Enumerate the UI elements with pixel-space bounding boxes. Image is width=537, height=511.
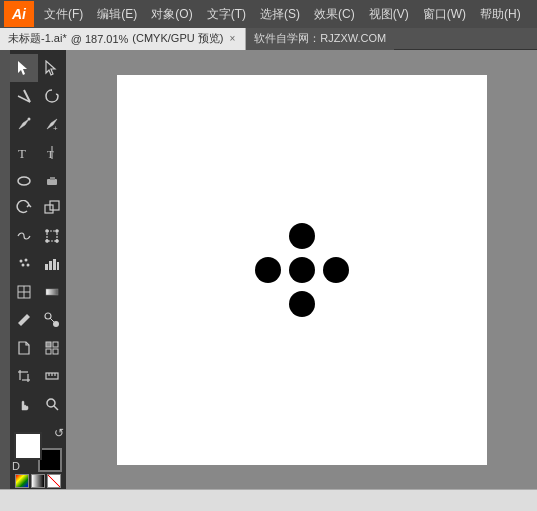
free-transform-button[interactable] (38, 222, 66, 250)
dot-center (289, 257, 315, 283)
selection-tool-button[interactable] (10, 54, 38, 82)
menu-effect[interactable]: 效果(C) (308, 4, 361, 25)
svg-point-46 (47, 399, 55, 407)
document-tab[interactable]: 未标题-1.ai* @ 187.01% (CMYK/GPU 预览) × (0, 28, 246, 50)
svg-marker-1 (46, 61, 55, 75)
svg-rect-37 (53, 349, 58, 354)
default-colors-button[interactable]: D (12, 460, 20, 472)
scale-tool-button[interactable] (38, 194, 66, 222)
rotate-tool-button[interactable] (10, 194, 38, 222)
zoom-tool-button[interactable] (38, 390, 66, 418)
menu-view[interactable]: 视图(V) (363, 4, 415, 25)
dot-right (323, 257, 349, 283)
menu-edit[interactable]: 编辑(E) (91, 4, 143, 25)
swap-colors-button[interactable]: ↺ (54, 426, 64, 440)
color-mode-none-button[interactable] (47, 474, 61, 488)
main-layout: + T T (0, 50, 537, 489)
color-mode-color-button[interactable] (15, 474, 29, 488)
crop-image-button[interactable] (10, 362, 38, 390)
tab-title: 未标题-1.ai* (8, 31, 67, 46)
dot-empty-bl (255, 291, 281, 317)
direct-selection-tool-button[interactable] (38, 54, 66, 82)
fill-color-box[interactable] (14, 432, 42, 460)
svg-rect-30 (46, 289, 58, 295)
tool-row-5 (10, 166, 66, 194)
live-paint-select-button[interactable] (38, 334, 66, 362)
svg-rect-12 (45, 205, 53, 213)
mesh-tool-button[interactable] (10, 278, 38, 306)
svg-rect-36 (46, 349, 51, 354)
tool-row-12 (10, 362, 66, 390)
tab-mode: (CMYK/GPU 预览) (132, 31, 223, 46)
document-canvas (117, 75, 487, 465)
tool-row-2 (10, 82, 66, 110)
dot-bottom (289, 291, 315, 317)
menu-select[interactable]: 选择(S) (254, 4, 306, 25)
status-bar (0, 489, 537, 511)
svg-line-47 (54, 406, 58, 410)
svg-point-18 (46, 240, 48, 242)
svg-rect-34 (46, 342, 51, 347)
tool-panel: + T T (10, 50, 66, 489)
canvas-area[interactable] (66, 50, 537, 489)
menu-help[interactable]: 帮助(H) (474, 4, 527, 25)
add-anchor-button[interactable]: + (38, 110, 66, 138)
dot-empty-tr (323, 223, 349, 249)
svg-text:T: T (18, 146, 26, 160)
svg-point-22 (27, 264, 30, 267)
magic-wand-button[interactable] (10, 82, 38, 110)
live-paint-bucket-button[interactable] (10, 334, 38, 362)
svg-point-9 (18, 177, 30, 185)
pen-tool-button[interactable] (10, 110, 38, 138)
menu-object[interactable]: 对象(O) (145, 4, 198, 25)
dot-empty-tl (255, 223, 281, 249)
svg-line-33 (50, 318, 54, 322)
blend-tool-button[interactable] (38, 306, 66, 334)
tool-row-7 (10, 222, 66, 250)
svg-point-4 (28, 118, 31, 121)
vertical-type-button[interactable]: T (38, 138, 66, 166)
eyedropper-button[interactable] (10, 306, 38, 334)
tool-row-13 (10, 390, 66, 418)
ellipse-tool-button[interactable] (10, 166, 38, 194)
tool-row-9 (10, 278, 66, 306)
eraser-tool-button[interactable] (38, 166, 66, 194)
type-tool-button[interactable]: T (10, 138, 38, 166)
svg-rect-11 (50, 177, 55, 180)
tool-row-4: T T (10, 138, 66, 166)
svg-point-19 (20, 260, 23, 263)
svg-rect-24 (49, 261, 52, 270)
svg-text:T: T (47, 148, 54, 160)
menu-window[interactable]: 窗口(W) (417, 4, 472, 25)
menu-file[interactable]: 文件(F) (38, 4, 89, 25)
dot-empty-br (323, 291, 349, 317)
tool-row-1 (10, 54, 66, 82)
svg-marker-0 (18, 61, 27, 75)
warp-tool-button[interactable] (10, 222, 38, 250)
svg-rect-26 (57, 262, 59, 270)
svg-point-15 (46, 230, 48, 232)
toolbar-strip (0, 50, 10, 489)
tool-row-3: + (10, 110, 66, 138)
tool-row-11 (10, 334, 66, 362)
svg-text:+: + (53, 124, 58, 132)
svg-rect-25 (53, 259, 56, 270)
tab-extra-info: 软件自学网：RJZXW.COM (246, 28, 394, 50)
gradient-tool-button[interactable] (38, 278, 66, 306)
dot-top (289, 223, 315, 249)
tab-close-button[interactable]: × (227, 33, 237, 44)
svg-rect-14 (47, 231, 57, 241)
hand-tool-button[interactable] (10, 390, 38, 418)
symbol-sprayer-button[interactable] (10, 250, 38, 278)
color-area: ↺ D (10, 422, 66, 489)
menu-text[interactable]: 文字(T) (201, 4, 252, 25)
lasso-tool-button[interactable] (38, 82, 66, 110)
tab-zoom: @ 187.01% (71, 33, 129, 45)
app-logo: Ai (4, 1, 34, 27)
column-graph-button[interactable] (38, 250, 66, 278)
title-bar: Ai 文件(F) 编辑(E) 对象(O) 文字(T) 选择(S) 效果(C) 视… (0, 0, 537, 28)
color-mode-gradient-button[interactable] (31, 474, 45, 488)
tool-row-8 (10, 250, 66, 278)
tab-bar: 未标题-1.ai* @ 187.01% (CMYK/GPU 预览) × 软件自学… (0, 28, 537, 50)
ruler-button[interactable] (38, 362, 66, 390)
